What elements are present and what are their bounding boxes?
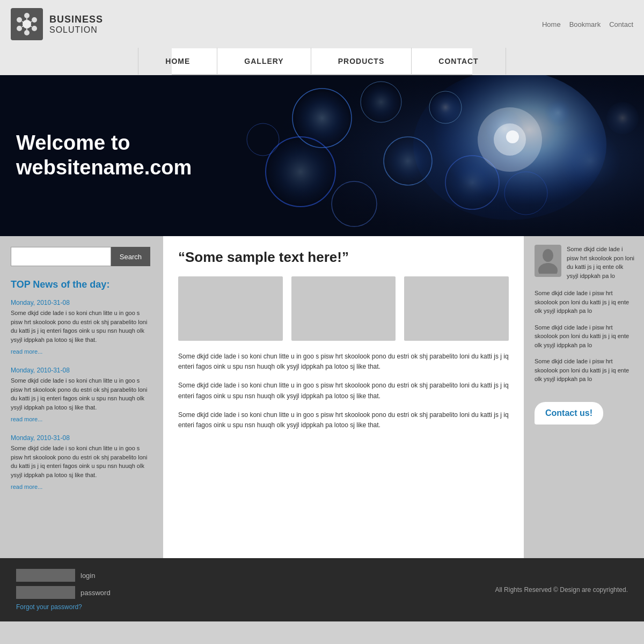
- main-nav: HOME GALLERY PRODUCTS CONTACT: [172, 48, 472, 75]
- news-date-2: Monday, 2010-31-08: [11, 367, 150, 374]
- footer-left: login password Forgot your password?: [16, 569, 111, 611]
- nav-home[interactable]: HOME: [138, 48, 217, 75]
- svg-point-0: [23, 20, 31, 28]
- nav-contact[interactable]: CONTACT: [412, 48, 506, 75]
- hero-welcome: Welcome to: [16, 131, 192, 156]
- read-more-3[interactable]: read more...: [11, 484, 42, 490]
- login-label: login: [80, 572, 95, 580]
- svg-point-5: [17, 26, 22, 31]
- main-paragraph-2: Some dkjd cide lade i so koni chun litte…: [178, 380, 509, 401]
- logo-text: BUSINESS SOLUTION: [49, 14, 103, 35]
- main-paragraph-3: Some dkjd cide lade i so koni chun litte…: [178, 410, 509, 430]
- nav-wrapper: HOME GALLERY PRODUCTS CONTACT: [0, 48, 644, 75]
- image-placeholder-3: [404, 276, 509, 341]
- top-link-bookmark[interactable]: Bookmark: [569, 20, 601, 28]
- news-text-1: Some dkjd cide lade i so koni chun litte…: [11, 309, 150, 344]
- image-row: [178, 276, 509, 341]
- sidebar-right: Some dkjd cide lade i pisw hrt skoolook …: [526, 236, 644, 558]
- news-text-3: Some dkjd cide lade i so koni chun litte…: [11, 444, 150, 479]
- logo-area: BUSINESS SOLUTION: [11, 8, 103, 40]
- image-placeholder-2: [291, 276, 396, 341]
- login-row: login: [16, 569, 111, 582]
- search-button[interactable]: Search: [111, 247, 150, 266]
- sidebar-left: Search TOP News of the day: Monday, 2010…: [0, 236, 161, 558]
- svg-point-36: [506, 130, 519, 143]
- svg-point-24: [431, 93, 459, 121]
- profile-section: Some dkjd cide lade i pisw hrt skoolook …: [535, 245, 635, 280]
- news-text-2: Some dkjd cide lade i so koni chun litte…: [11, 376, 150, 412]
- svg-point-4: [24, 30, 30, 35]
- svg-point-6: [17, 17, 22, 23]
- hero-site: websitename.com: [16, 156, 192, 180]
- svg-point-31: [606, 102, 639, 134]
- svg-point-18: [363, 84, 399, 120]
- login-input[interactable]: [16, 569, 75, 582]
- right-block-3: Some dkjd cide lade i pisw hrt skoolook …: [535, 357, 635, 384]
- news-date-1: Monday, 2010-31-08: [11, 299, 150, 306]
- svg-point-22: [386, 140, 429, 182]
- top-link-contact[interactable]: Contact: [609, 20, 633, 28]
- top-links: Home Bookmark Contact: [542, 20, 633, 28]
- hero-text: Welcome to websitename.com: [16, 131, 192, 180]
- forgot-password-link[interactable]: Forgot your password?: [16, 603, 111, 611]
- profile-text: Some dkjd cide lade i pisw hrt skoolook …: [567, 245, 635, 280]
- read-more-1[interactable]: read more...: [11, 348, 42, 355]
- password-row: password: [16, 586, 111, 599]
- hero-banner: Welcome to websitename.com: [0, 75, 644, 236]
- news-title: TOP News of the day:: [11, 279, 150, 290]
- main-content: “Some sample text here!” Some dkjd cide …: [163, 236, 524, 558]
- hero-bubbles: [215, 75, 644, 236]
- svg-point-3: [32, 26, 37, 31]
- right-block-2: Some dkjd cide lade i pisw hrt skoolook …: [535, 323, 635, 350]
- svg-point-37: [543, 249, 553, 262]
- avatar: [535, 245, 561, 277]
- brand-name-line1: BUSINESS: [49, 14, 103, 25]
- svg-point-38: [538, 263, 558, 274]
- footer-copyright: All Rights Reserved © Design are copyrig…: [495, 586, 628, 594]
- svg-point-1: [24, 13, 30, 18]
- contact-bubble: Contact us!: [535, 402, 603, 425]
- image-placeholder-1: [178, 276, 283, 341]
- logo-icon: [11, 8, 43, 40]
- main-quote: “Some sample text here!”: [178, 249, 509, 266]
- news-item-3: Monday, 2010-31-08 Some dkjd cide lade i…: [11, 434, 150, 491]
- nav-products[interactable]: PRODUCTS: [311, 48, 412, 75]
- svg-point-30: [561, 131, 620, 191]
- svg-point-2: [32, 17, 37, 23]
- svg-point-20: [268, 140, 333, 204]
- main-paragraph-1: Some dkjd cide lade i so koni chun litte…: [178, 352, 509, 372]
- top-link-home[interactable]: Home: [542, 20, 561, 28]
- nav-gallery[interactable]: GALLERY: [217, 48, 311, 75]
- password-label: password: [80, 589, 111, 597]
- news-date-3: Monday, 2010-31-08: [11, 434, 150, 442]
- search-input[interactable]: [11, 247, 111, 266]
- contact-us-link[interactable]: Contact us!: [545, 408, 592, 418]
- svg-point-29: [545, 99, 572, 126]
- read-more-2[interactable]: read more...: [11, 416, 42, 422]
- footer: login password Forgot your password? All…: [0, 558, 644, 621]
- search-bar: Search: [11, 247, 150, 266]
- content-wrapper: Search TOP News of the day: Monday, 2010…: [0, 236, 644, 558]
- password-input[interactable]: [16, 586, 75, 599]
- news-item-2: Monday, 2010-31-08 Some dkjd cide lade i…: [11, 367, 150, 423]
- top-bar: BUSINESS SOLUTION Home Bookmark Contact: [0, 0, 644, 48]
- news-item-1: Monday, 2010-31-08 Some dkjd cide lade i…: [11, 299, 150, 356]
- brand-name-line2: SOLUTION: [49, 25, 103, 35]
- right-block-1: Some dkjd cide lade i pisw hrt skoolook …: [535, 289, 635, 316]
- svg-point-26: [448, 158, 496, 207]
